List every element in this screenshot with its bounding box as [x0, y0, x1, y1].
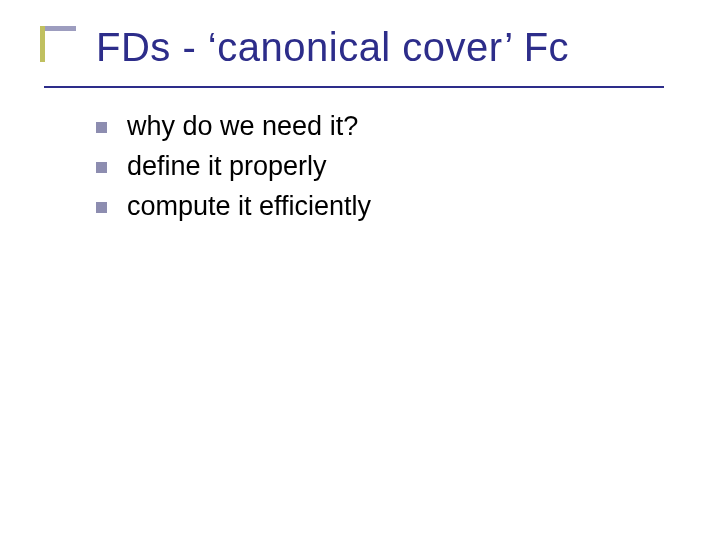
slide-title: FDs - ‘canonical cover’ Fc [96, 24, 696, 70]
list-item: why do we need it? [96, 110, 680, 144]
accent-horizontal [40, 26, 76, 31]
corner-accent [40, 26, 76, 62]
square-bullet-icon [96, 162, 107, 173]
square-bullet-icon [96, 122, 107, 133]
bullet-text: why do we need it? [127, 110, 358, 144]
accent-vertical [40, 26, 45, 62]
list-item: compute it efficiently [96, 190, 680, 224]
square-bullet-icon [96, 202, 107, 213]
bullet-text: define it properly [127, 150, 327, 184]
title-underline [44, 86, 664, 88]
list-item: define it properly [96, 150, 680, 184]
bullet-text: compute it efficiently [127, 190, 371, 224]
slide-body: why do we need it? define it properly co… [96, 110, 680, 229]
slide: FDs - ‘canonical cover’ Fc why do we nee… [0, 0, 720, 540]
